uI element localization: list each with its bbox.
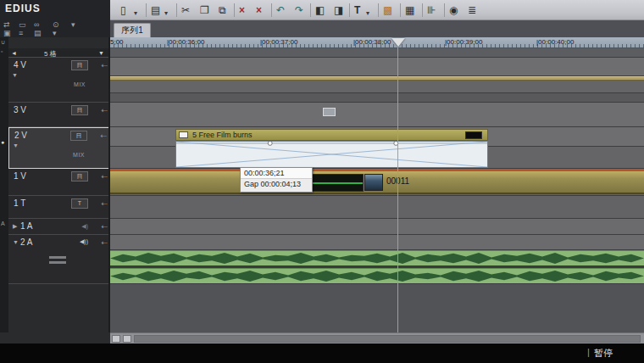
grid-view-icon[interactable]: ▣ — [3, 29, 11, 37]
toolbar-separator — [146, 3, 147, 17]
timeline-gutter[interactable] — [110, 48, 644, 58]
patch-handle-icon[interactable]: ⇠ — [101, 172, 108, 181]
expander-icon[interactable]: ▼ — [13, 142, 19, 148]
video-clip-1v[interactable]: 00011 — [110, 171, 644, 194]
horizontal-scrollbar[interactable] — [110, 332, 644, 343]
save-dropdown-icon[interactable]: ▾ — [164, 7, 168, 20]
caret-down-icon[interactable]: ▾ — [71, 20, 75, 29]
expander-icon[interactable]: ▼ — [13, 239, 19, 245]
record-icon[interactable]: ◉ — [449, 3, 458, 17]
track-header-4v[interactable]: 4 V ▼ 日 MIX ⇠ — [8, 58, 110, 103]
track-header-2a[interactable]: ▼ 2 A ◀)) ⇠ — [8, 235, 110, 284]
copy-icon[interactable]: ❐ — [200, 3, 209, 17]
audio-waveform-channel-2[interactable] — [110, 268, 644, 284]
save-icon[interactable]: ▤ — [151, 3, 160, 17]
track-height-preset[interactable]: ◄ 5 格 ▼ — [8, 48, 110, 58]
patch-handle-icon[interactable]: ⇠ — [101, 199, 108, 208]
status-separator: | — [587, 347, 590, 357]
toolbar-separator — [176, 3, 177, 17]
overwrite-clip-icon[interactable]: ◨ — [334, 3, 343, 17]
patch-handle-icon[interactable]: ⇠ — [101, 61, 108, 70]
track-1v-lane[interactable]: 00011 — [110, 169, 644, 196]
layouter-icon[interactable]: ▩ — [383, 3, 392, 17]
toolbar-separator — [422, 3, 423, 17]
patch-handle-icon[interactable]: ⇠ — [101, 222, 108, 231]
sync-mode-icon[interactable]: ∪ — [1, 39, 5, 46]
channel-map-button[interactable]: 日 — [71, 171, 88, 182]
playhead-handle[interactable] — [391, 38, 405, 47]
drag-tooltip: 00:00:36;21 Gap 00:00:04;13 — [240, 167, 313, 193]
tooltip-gap: Gap 00:00:04;13 — [241, 179, 312, 189]
track-4v-lane[interactable] — [110, 58, 644, 76]
paste-icon[interactable]: ⧉ — [219, 3, 226, 17]
ripple-delete-icon[interactable]: × — [239, 3, 245, 17]
redo-icon[interactable]: ↷ — [295, 3, 303, 17]
insert-clip-icon[interactable]: ◧ — [315, 3, 325, 17]
timeline-empty-area[interactable] — [110, 284, 644, 332]
waveform-graphic — [110, 269, 644, 283]
track-4v-keyframe-lane[interactable] — [110, 93, 644, 103]
ripple-mode-icon[interactable]: ▫ — [1, 48, 3, 54]
transition-clip-title-bar[interactable]: 5 Free Film burns — [175, 129, 488, 141]
mixer-label: MIX — [73, 152, 85, 158]
clip-enable-checkbox[interactable] — [179, 131, 188, 138]
track-header-1t[interactable]: 1 T T ⇠ — [8, 196, 110, 219]
delete-icon[interactable]: × — [256, 3, 262, 17]
ruler-ticks — [110, 44, 644, 47]
scrollbar-track[interactable] — [134, 335, 641, 343]
expander-icon[interactable]: ▶ — [13, 223, 17, 230]
menu-icon[interactable]: ≣ — [468, 3, 476, 17]
grid-icon[interactable]: ▦ — [405, 3, 414, 17]
track-1t-lane[interactable] — [110, 196, 644, 219]
patch-handle-icon[interactable]: ⇠ — [100, 131, 107, 140]
toolbar-separator — [271, 3, 272, 17]
scroll-left-button[interactable] — [112, 335, 120, 343]
rows-view-icon[interactable]: ▤ — [34, 29, 42, 37]
channel-map-button[interactable]: 日 — [71, 105, 88, 115]
track-1a-lane[interactable] — [110, 219, 644, 235]
audio-rail-icon: A — [1, 221, 5, 226]
track-header-1a[interactable]: ▶ 1 A ◀) ⇠ — [8, 219, 110, 235]
track-2a-lane[interactable] — [110, 235, 644, 250]
patch-handle-icon[interactable]: ⇠ — [101, 106, 108, 114]
track-header-2v-selected[interactable]: 2 V ▼ 日 MIX ⇠ — [8, 127, 110, 169]
tab-sequence-1[interactable]: 序列1 — [114, 23, 151, 37]
list-view-icon[interactable]: ≡ — [19, 29, 23, 37]
preset-prev-icon[interactable]: ◄ — [11, 50, 17, 56]
caret-down-icon[interactable]: ▾ — [53, 29, 57, 37]
preset-next-icon[interactable]: ▼ — [98, 50, 104, 56]
timecode-ruler[interactable]: 5;00 |00:00:36;00 |00:00:37;00 |00:00:38… — [110, 37, 644, 48]
patch-handle-icon[interactable]: ⇠ — [101, 238, 108, 247]
loop-icon[interactable]: ∞ — [34, 20, 39, 29]
toolbar-separator — [349, 3, 350, 17]
clip-end-thumbnail — [465, 131, 482, 139]
monitor-icon[interactable]: ▭ — [19, 20, 26, 29]
channel-map-button[interactable]: T — [71, 198, 88, 209]
track-3v-lane[interactable] — [110, 103, 644, 127]
swap-arrows-icon[interactable]: ⇄ — [3, 20, 10, 29]
track-4v-mixer-lane[interactable] — [110, 81, 644, 93]
selected-track-indicator: ● — [1, 139, 4, 145]
track-header-1v[interactable]: 1 V 日 ⇠ — [8, 169, 110, 196]
audio-waveform-channel-1[interactable] — [110, 250, 644, 266]
capture-icon[interactable]: ⊙ — [53, 20, 59, 29]
expander-icon[interactable]: ▼ — [12, 72, 18, 78]
track-header-3v[interactable]: 3 V 日 ⇠ — [8, 103, 110, 127]
undo-icon[interactable]: ↶ — [276, 3, 285, 17]
transition-clip-body[interactable] — [175, 141, 488, 168]
cut-icon[interactable]: ✂ — [181, 3, 190, 17]
small-clip-marker[interactable] — [323, 108, 336, 116]
playhead-line — [397, 46, 398, 332]
speaker-icon[interactable]: ◀)) — [80, 238, 88, 245]
audio-mixer-icon[interactable]: ⊪ — [427, 3, 436, 17]
new-dropdown-icon[interactable]: ▾ — [134, 7, 137, 20]
channel-map-button[interactable]: 日 — [71, 60, 88, 70]
clip-cross-graphic — [176, 142, 487, 167]
title-dropdown-icon[interactable]: ▾ — [366, 7, 369, 20]
scroll-left-button-2[interactable] — [123, 335, 131, 343]
title-icon[interactable]: T — [354, 3, 360, 17]
channel-map-button[interactable]: 日 — [70, 131, 87, 141]
new-sequence-icon[interactable]: ▯ — [120, 3, 126, 17]
main-toolbar: ▯ ▾ ▤ ▾ ✂ ❐ ⧉ × × ↶ ↷ ◧ ◨ T ▾ ▩ ▦ ⊪ ◉ ≣ — [110, 0, 644, 20]
speaker-icon[interactable]: ◀) — [81, 223, 88, 230]
